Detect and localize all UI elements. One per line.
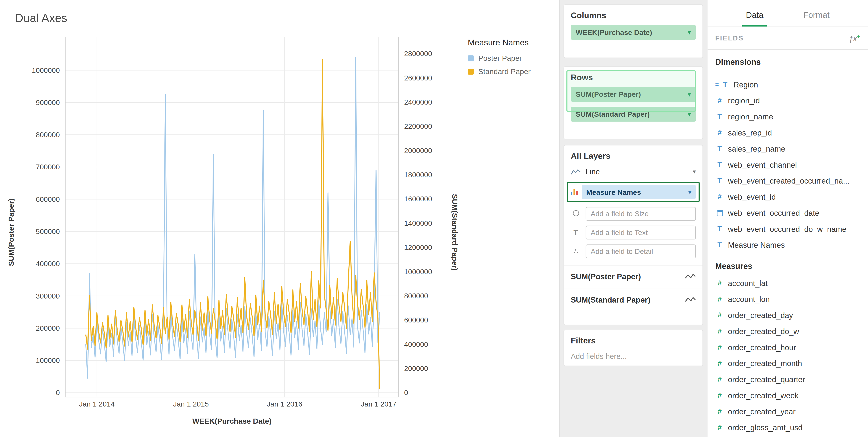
measure-item-order-created-dow[interactable]: # order_created_do_w xyxy=(715,323,860,339)
measures-section-title: Measures xyxy=(715,262,860,271)
all-layers-title: All Layers xyxy=(571,151,696,160)
layer-sum-standard-paper[interactable]: SUM(Standard Paper) xyxy=(564,289,703,305)
measure-item-order-created-day[interactable]: # order_created_day xyxy=(715,307,860,323)
chevron-down-icon: ▾ xyxy=(688,29,691,36)
layer-sum-poster-paper[interactable]: SUM(Poster Paper) xyxy=(564,266,703,281)
legend-label: Poster Paper xyxy=(478,54,522,63)
legend-title: Measure Names xyxy=(468,38,531,47)
dimension-item-web-event-channel[interactable]: T web_event_channel xyxy=(715,157,860,173)
rows-title: Rows xyxy=(571,72,696,82)
chevron-down-icon: ▾ xyxy=(688,188,691,195)
svg-text:1600000: 1600000 xyxy=(404,195,432,203)
measure-item-order-created-quarter[interactable]: # order_created_quarter xyxy=(715,371,860,387)
field-label: order_created_do_w xyxy=(728,327,799,336)
svg-text:600000: 600000 xyxy=(404,316,428,324)
filters-placeholder: Add fields here... xyxy=(571,352,696,361)
svg-text:100000: 100000 xyxy=(36,356,60,364)
dimension-item-web-event-id[interactable]: # web_event_id xyxy=(715,189,860,205)
text-type-icon: T xyxy=(721,80,730,89)
text-type-icon: T xyxy=(715,144,724,153)
filters-title: Filters xyxy=(571,336,696,345)
sparkline-icon xyxy=(685,273,696,280)
field-label: order_created_quarter xyxy=(728,375,805,384)
number-type-icon: # xyxy=(715,128,724,137)
rows-pill-sum-poster-paper[interactable]: SUM(Poster Paper) ▾ xyxy=(571,87,696,102)
legend: Measure Names Poster Paper Standard Pape… xyxy=(468,38,531,81)
dimension-item-region[interactable]: = T Region xyxy=(715,76,860,92)
layer-label: SUM(Standard Paper) xyxy=(571,295,650,304)
svg-text:0: 0 xyxy=(404,389,408,397)
line-chart-icon xyxy=(571,168,581,175)
dimension-item-web-event-occurred-date[interactable]: web_event_occurred_date xyxy=(715,205,860,221)
size-icon xyxy=(571,210,581,218)
scroll-clipped-row xyxy=(715,71,860,76)
measure-item-account-lon[interactable]: # account_lon xyxy=(715,291,860,307)
mark-type-dropdown[interactable]: Line ▾ xyxy=(571,168,696,176)
svg-text:0: 0 xyxy=(56,389,60,397)
svg-text:800000: 800000 xyxy=(404,292,428,300)
legend-entry-standard-paper[interactable]: Standard Paper xyxy=(468,68,531,76)
measure-names-pill[interactable]: Measure Names ▾ xyxy=(582,184,696,199)
columns-shelf: Columns WEEK(Purchase Date) ▾ xyxy=(563,4,703,58)
svg-text:1800000: 1800000 xyxy=(404,171,432,179)
chevron-down-icon: ▾ xyxy=(693,168,696,175)
dimension-item-sales-rep-name[interactable]: T sales_rep_name xyxy=(715,141,860,157)
data-pane-tabs: Data Format xyxy=(707,0,868,27)
dimensions-section-title: Dimensions xyxy=(715,58,860,66)
dimension-item-web-event-occurred-dow-name[interactable]: T web_event_occurred_do_w_name xyxy=(715,221,860,237)
pill-label: WEEK(Purchase Date) xyxy=(576,28,652,36)
number-type-icon: # xyxy=(715,343,724,351)
svg-text:200000: 200000 xyxy=(404,364,428,372)
svg-text:Jan 1 2014: Jan 1 2014 xyxy=(79,400,115,408)
legend-label: Standard Paper xyxy=(478,68,531,76)
svg-text:WEEK(Purchase Date): WEEK(Purchase Date) xyxy=(192,417,272,425)
number-type-icon: # xyxy=(715,193,724,201)
measure-item-order-created-month[interactable]: # order_created_month xyxy=(715,355,860,371)
filters-shelf[interactable]: Filters Add fields here... xyxy=(563,330,703,366)
app-window: Dual Axes 010000020000030000040000050000… xyxy=(0,0,868,437)
all-layers-card: All Layers Line ▾ Measure Names ▾ xyxy=(563,145,703,325)
svg-text:SUM(Standard Paper): SUM(Standard Paper) xyxy=(451,194,459,271)
measure-names-legend-icon xyxy=(571,189,578,195)
size-field-input[interactable] xyxy=(586,207,696,221)
dimension-item-region-id[interactable]: # region_id xyxy=(715,92,860,108)
columns-pill-week-purchase-date[interactable]: WEEK(Purchase Date) ▾ xyxy=(571,25,696,40)
dimension-item-region-name[interactable]: T region_name xyxy=(715,108,860,125)
rows-pill-sum-standard-paper[interactable]: SUM(Standard Paper) ▾ xyxy=(571,107,696,122)
field-label: web_event_occurred_date xyxy=(728,208,819,217)
svg-text:Jan 1 2017: Jan 1 2017 xyxy=(361,400,397,408)
field-label: sales_rep_id xyxy=(728,128,772,137)
dimension-item-measure-names[interactable]: T Measure Names xyxy=(715,237,860,253)
svg-text:800000: 800000 xyxy=(36,131,60,139)
measure-item-order-created-hour[interactable]: # order_created_hour xyxy=(715,339,860,355)
svg-text:2600000: 2600000 xyxy=(404,74,432,82)
create-calculated-field-icon[interactable]: ƒx+ xyxy=(849,33,860,43)
field-label: account_lat xyxy=(728,278,768,287)
legend-entry-poster-paper[interactable]: Poster Paper xyxy=(468,54,531,63)
detail-field-input[interactable] xyxy=(586,244,696,258)
svg-text:2800000: 2800000 xyxy=(404,49,432,58)
measure-item-account-lat[interactable]: # account_lat xyxy=(715,275,860,291)
chart-pane: Dual Axes 010000020000030000040000050000… xyxy=(0,0,559,437)
dimension-item-sales-rep-id[interactable]: # sales_rep_id xyxy=(715,125,860,141)
svg-text:2400000: 2400000 xyxy=(404,98,432,106)
text-drop-row: T xyxy=(571,226,696,239)
svg-text:Jan 1 2016: Jan 1 2016 xyxy=(267,400,302,408)
measure-item-order-created-week[interactable]: # order_created_week xyxy=(715,387,860,403)
tab-format[interactable]: Format xyxy=(800,10,833,27)
number-type-icon: # xyxy=(715,96,724,105)
measure-item-order-gloss-amt-usd[interactable]: # order_gloss_amt_usd xyxy=(715,419,860,435)
measure-item-order-created-year[interactable]: # order_created_year xyxy=(715,403,860,419)
field-label: order_gloss_amt_usd xyxy=(728,423,803,432)
data-pane: Data Format FIELDS ƒx+ Dimensions = T Re… xyxy=(707,0,868,437)
dimension-item-web-event-created-occurred[interactable]: T web_event_created_occurred_na... xyxy=(715,173,860,189)
sparkline-icon xyxy=(685,296,696,303)
number-type-icon: # xyxy=(715,407,724,415)
field-label: order_created_month xyxy=(728,359,802,368)
svg-text:1000000: 1000000 xyxy=(32,66,60,74)
standard-paper-swatch xyxy=(468,69,474,75)
text-field-input[interactable] xyxy=(586,226,696,239)
rows-shelf: Rows SUM(Poster Paper) ▾ SUM(Standard Pa… xyxy=(563,66,703,139)
svg-text:1200000: 1200000 xyxy=(404,243,432,251)
tab-data[interactable]: Data xyxy=(743,10,767,27)
